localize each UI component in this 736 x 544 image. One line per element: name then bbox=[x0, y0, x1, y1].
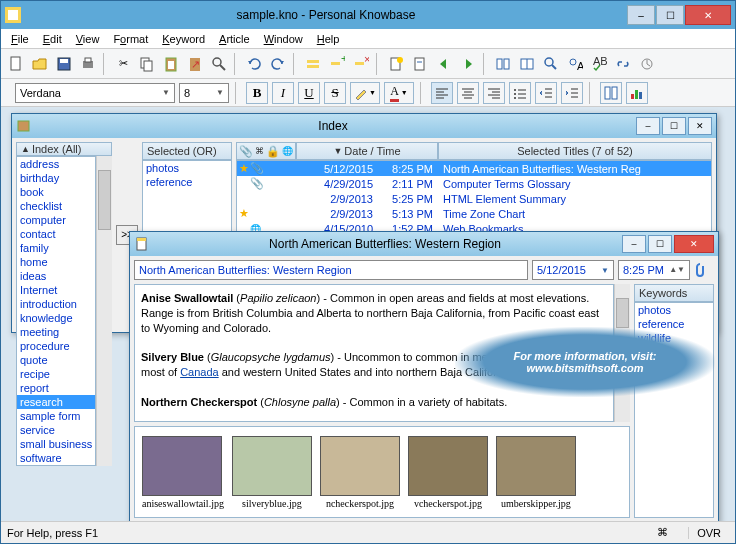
thumbnail[interactable]: vcheckerspot.jpg bbox=[408, 436, 488, 509]
menu-article[interactable]: Article bbox=[213, 31, 256, 47]
list-item[interactable]: photos bbox=[143, 161, 231, 175]
list-item[interactable]: research bbox=[17, 395, 95, 409]
list-item[interactable]: computer bbox=[17, 213, 95, 227]
list-item[interactable]: Internet bbox=[17, 283, 95, 297]
list-item[interactable]: knowledge bbox=[17, 311, 95, 325]
list-item[interactable]: reference bbox=[635, 317, 713, 331]
align-center-button[interactable] bbox=[457, 82, 479, 104]
list-item[interactable]: small business bbox=[17, 437, 95, 451]
view2-button[interactable] bbox=[516, 53, 538, 75]
find-button[interactable] bbox=[208, 53, 230, 75]
print-button[interactable] bbox=[77, 53, 99, 75]
copy-button[interactable] bbox=[136, 53, 158, 75]
new-button[interactable] bbox=[5, 53, 27, 75]
table-row[interactable]: ★📎5/12/20158:25 PMNorth American Butterf… bbox=[237, 161, 711, 176]
selected-header[interactable]: Selected (OR) bbox=[142, 142, 232, 160]
align-left-button[interactable] bbox=[431, 82, 453, 104]
list-item[interactable]: checklist bbox=[17, 199, 95, 213]
back-button[interactable] bbox=[433, 53, 455, 75]
paste-special-button[interactable]: ↗ bbox=[184, 53, 206, 75]
redo-button[interactable] bbox=[267, 53, 289, 75]
align-right-button[interactable] bbox=[483, 82, 505, 104]
list-item[interactable]: sample form bbox=[17, 409, 95, 423]
index-min-button[interactable]: – bbox=[636, 117, 660, 135]
menu-window[interactable]: Window bbox=[258, 31, 309, 47]
attach-button[interactable] bbox=[636, 53, 658, 75]
index-close-button[interactable]: ✕ bbox=[688, 117, 712, 135]
save-button[interactable] bbox=[53, 53, 75, 75]
flags-header[interactable]: 📎 ⌘ 🔒 🌐 bbox=[236, 142, 296, 160]
menu-keyword[interactable]: Keyword bbox=[156, 31, 211, 47]
list-item[interactable]: meeting bbox=[17, 325, 95, 339]
menu-help[interactable]: Help bbox=[311, 31, 346, 47]
thumbnail[interactable]: ncheckerspot.jpg bbox=[320, 436, 400, 509]
list-item[interactable]: software bbox=[17, 451, 95, 465]
close-button[interactable]: ✕ bbox=[685, 5, 731, 25]
table-row[interactable]: 📎4/29/20152:11 PMComputer Terms Glossary bbox=[237, 176, 711, 191]
graph-button[interactable] bbox=[626, 82, 648, 104]
menu-file[interactable]: File bbox=[5, 31, 35, 47]
highlight-button[interactable]: ▼ bbox=[350, 82, 380, 104]
scrollbar[interactable] bbox=[96, 156, 112, 466]
maximize-button[interactable]: ☐ bbox=[656, 5, 684, 25]
view1-button[interactable] bbox=[492, 53, 514, 75]
index-max-button[interactable]: ☐ bbox=[662, 117, 686, 135]
italic-button[interactable]: I bbox=[272, 82, 294, 104]
article-body[interactable]: Anise Swallowtail (Papilio zelicaon) - C… bbox=[134, 284, 614, 422]
list-item[interactable]: birthday bbox=[17, 171, 95, 185]
keywords-button[interactable] bbox=[302, 53, 324, 75]
menu-edit[interactable]: Edit bbox=[37, 31, 68, 47]
list-item[interactable]: procedure bbox=[17, 339, 95, 353]
thumbnail[interactable]: umberskipper.jpg bbox=[496, 436, 576, 509]
list-item[interactable]: service bbox=[17, 423, 95, 437]
article-title-field[interactable] bbox=[134, 260, 528, 280]
titles-header[interactable]: Selected Titles (7 of 52) bbox=[438, 142, 712, 160]
find2-button[interactable] bbox=[540, 53, 562, 75]
list-item[interactable]: quote bbox=[17, 353, 95, 367]
list-item[interactable]: reference bbox=[143, 175, 231, 189]
list-item[interactable]: introduction bbox=[17, 297, 95, 311]
font-name-combo[interactable]: Verdana▼ bbox=[15, 83, 175, 103]
minimize-button[interactable]: – bbox=[627, 5, 655, 25]
underline-button[interactable]: U bbox=[298, 82, 320, 104]
article-close-button[interactable]: ✕ bbox=[674, 235, 714, 253]
index-button[interactable] bbox=[600, 82, 622, 104]
fwd-button[interactable] bbox=[457, 53, 479, 75]
menu-format[interactable]: Format bbox=[107, 31, 154, 47]
article-scrollbar[interactable] bbox=[614, 284, 630, 422]
cut-button[interactable]: ✂ bbox=[112, 53, 134, 75]
strike-button[interactable]: S bbox=[324, 82, 346, 104]
thumbnail-strip[interactable]: aniseswallowtail.jpgsilveryblue.jpgnchec… bbox=[134, 426, 630, 518]
spellcheck-button[interactable]: ABC bbox=[588, 53, 610, 75]
article-min-button[interactable]: – bbox=[622, 235, 646, 253]
list-item[interactable]: ideas bbox=[17, 269, 95, 283]
attach-icon[interactable] bbox=[694, 261, 714, 279]
list-item[interactable]: wildlife bbox=[635, 331, 713, 345]
replace-button[interactable]: A bbox=[564, 53, 586, 75]
undo-button[interactable] bbox=[243, 53, 265, 75]
canada-link[interactable]: Canada bbox=[180, 366, 219, 378]
list-item[interactable]: contact bbox=[17, 227, 95, 241]
add-kw-button[interactable]: + bbox=[326, 53, 348, 75]
list-item[interactable]: recipe bbox=[17, 367, 95, 381]
font-color-button[interactable]: A▼ bbox=[384, 82, 414, 104]
list-item[interactable]: photos bbox=[635, 303, 713, 317]
thumbnail[interactable]: silveryblue.jpg bbox=[232, 436, 312, 509]
article-max-button[interactable]: ☐ bbox=[648, 235, 672, 253]
list-item[interactable]: family bbox=[17, 241, 95, 255]
keywords-list[interactable]: photosreferencewildlife bbox=[634, 302, 714, 518]
paste-button[interactable] bbox=[160, 53, 182, 75]
del-kw-button[interactable]: × bbox=[350, 53, 372, 75]
link-button[interactable] bbox=[612, 53, 634, 75]
list-item[interactable]: address bbox=[17, 157, 95, 171]
table-row[interactable]: ★2/9/20135:13 PMTime Zone Chart bbox=[237, 206, 711, 221]
new-article-button[interactable] bbox=[385, 53, 407, 75]
bullets-button[interactable] bbox=[509, 82, 531, 104]
date-header[interactable]: ▼Date / Time bbox=[296, 142, 438, 160]
list-item[interactable]: book bbox=[17, 185, 95, 199]
open-button[interactable] bbox=[29, 53, 51, 75]
edit-article-button[interactable] bbox=[409, 53, 431, 75]
bold-button[interactable]: B bbox=[246, 82, 268, 104]
menu-view[interactable]: View bbox=[70, 31, 106, 47]
list-item[interactable]: report bbox=[17, 381, 95, 395]
